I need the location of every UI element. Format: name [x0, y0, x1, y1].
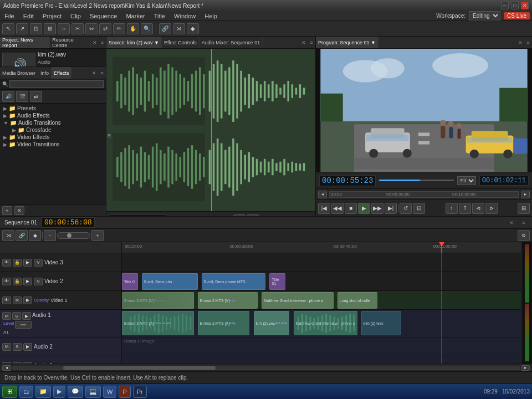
timeline-time-current[interactable]: 00:00:56:08	[42, 217, 95, 228]
taskbar-button-media[interactable]: ▶	[53, 386, 65, 398]
clip-longshot-v[interactable]: Long shot of colle	[337, 292, 377, 309]
timeline-scrollbar-thumb[interactable]	[63, 366, 215, 370]
tree-item-crossfade[interactable]: ▶ 📁 Crossfade	[1, 126, 105, 134]
tab-resource-centre[interactable]: Resource Centre	[50, 37, 91, 48]
source-panel-menu[interactable]: ≡	[308, 39, 315, 47]
tool-slide[interactable]: ⇄	[99, 23, 111, 34]
track-type-video2[interactable]: V	[34, 278, 43, 285]
program-panel-close[interactable]: ✕	[516, 39, 524, 47]
track-vol-audio1[interactable]: ━━	[15, 321, 32, 329]
taskbar-button-powerpoint[interactable]: P	[119, 386, 130, 398]
tool-rolling[interactable]: ⊞	[44, 23, 56, 34]
timeline-menu[interactable]: ≡	[520, 219, 528, 227]
tab-effect-controls[interactable]: Effect Controls	[162, 37, 200, 48]
timeline-settings[interactable]: ⚙	[518, 230, 530, 241]
clip-matthew-a[interactable]: Matthew Grant interview - phone a	[294, 311, 357, 335]
menu-project[interactable]: Project	[40, 13, 64, 19]
taskbar-button-folder[interactable]: 📁	[35, 386, 51, 398]
tree-item-audio-transitions[interactable]: ▼ 📁 Audio Transitions	[1, 119, 105, 126]
timeline-link-toggle[interactable]: 🔗	[16, 230, 28, 241]
track-type-video3[interactable]: V	[34, 259, 43, 267]
tool-snap[interactable]: ⋊	[173, 23, 185, 34]
program-time-current[interactable]: 00:00:55:23	[319, 175, 376, 186]
taskbar-button-explorer[interactable]: 🗂	[19, 386, 33, 398]
track-mute-audio1[interactable]: M	[2, 312, 11, 320]
cs-live-button[interactable]: CS Live	[504, 12, 530, 19]
program-stop[interactable]: ■	[345, 203, 357, 214]
clip-broll-2[interactable]: B-roll, Dans phone.MTS	[202, 273, 265, 290]
clip-kim2-a1[interactable]: kim (2).wav le:Level	[254, 311, 290, 335]
tool-razor[interactable]: ✂	[71, 23, 84, 34]
program-play[interactable]: ▶	[358, 203, 370, 214]
timeline-zoom-in[interactable]: +	[91, 230, 104, 241]
left-bottom-menu[interactable]: ≡	[98, 69, 106, 77]
clip-matthew-v[interactable]: Matthew Grant interview - phone a	[262, 292, 334, 309]
tool-slip[interactable]: ⇔	[85, 23, 98, 34]
source-panel-close[interactable]: ✕	[300, 39, 308, 47]
timeline-snap-toggle[interactable]: ⋊	[2, 230, 14, 241]
tab-effects[interactable]: Effects	[52, 67, 71, 79]
clip-emma2-v[interactable]: Emma 2.MTS [V] ▪city	[198, 292, 258, 309]
track-expand-audio1[interactable]: ▶	[22, 312, 31, 320]
program-time-duration[interactable]: 00:01:02:11	[479, 176, 529, 186]
tab-info[interactable]: Info	[38, 67, 52, 79]
track-eye-video1[interactable]: 👁	[2, 296, 11, 304]
tree-item-video-transitions[interactable]: ▶ 📁 Video Transitions	[1, 141, 105, 148]
program-step-back[interactable]: |◀	[318, 203, 330, 214]
track-eye-video3[interactable]: 👁	[2, 259, 11, 267]
workspace-select[interactable]: Editing	[469, 11, 500, 21]
clip-emma3-a[interactable]: Emma 3.MTS [A] lume:Level	[122, 311, 194, 335]
menu-help[interactable]: Help	[202, 13, 219, 19]
tab-project[interactable]: Project: News Report	[0, 37, 50, 48]
tool-pen[interactable]: ✏	[113, 23, 125, 34]
taskbar-button-word[interactable]: W	[103, 386, 116, 398]
menu-title[interactable]: Title	[152, 13, 167, 19]
menu-file[interactable]: File	[2, 13, 17, 19]
program-trim-out[interactable]: ⊲	[472, 203, 484, 214]
menu-marker[interactable]: Marker	[124, 13, 147, 19]
project-panel-close[interactable]: ✕	[91, 39, 98, 47]
timeline-close[interactable]: ✕	[508, 219, 515, 227]
tool-hand[interactable]: ✋	[127, 23, 139, 34]
tree-item-presets[interactable]: ▶ 📁 Presets	[1, 105, 105, 112]
program-trim-in[interactable]: ⊳	[485, 203, 498, 214]
program-panel-menu[interactable]: ≡	[524, 39, 532, 47]
tree-item-audio-effects[interactable]: ▶ 📁 Audio Effects	[1, 112, 105, 119]
track-fx-video1[interactable]: fx	[13, 296, 22, 304]
tree-item-video-effects[interactable]: ▶ 📁 Video Effects	[1, 134, 105, 141]
program-lift[interactable]: ↑	[446, 203, 458, 214]
clip-title-01[interactable]: Title 0	[122, 273, 138, 290]
scroll-right-button[interactable]: ▸	[521, 365, 530, 371]
timeline-add-marker[interactable]: ◆	[29, 230, 41, 241]
program-extract[interactable]: ⤒	[459, 203, 471, 214]
track-expand-audio2[interactable]: ▶	[23, 343, 32, 351]
track-solo-audio2[interactable]: S	[13, 343, 22, 351]
effects-transition-icon[interactable]: ⇄	[30, 91, 42, 102]
program-button-editor[interactable]: ⊞	[518, 203, 530, 214]
program-go-to-in[interactable]: ◂	[318, 191, 327, 198]
project-panel-menu[interactable]: ≡	[99, 39, 106, 47]
close-button[interactable]: ✕	[521, 2, 529, 9]
timeline-zoom-slider[interactable]	[57, 232, 90, 239]
clip-emma3-v[interactable]: Emma 3.MTS [V] ▪Opacity	[122, 292, 194, 309]
effects-search-input[interactable]	[9, 80, 104, 88]
track-mute-audio2[interactable]: M	[2, 343, 11, 351]
tool-select[interactable]: ↖	[2, 23, 14, 34]
start-button[interactable]: ⊞	[2, 386, 17, 398]
program-play-back[interactable]: ◀◀	[331, 203, 344, 214]
menu-edit[interactable]: Edit	[21, 13, 36, 19]
tool-ripple[interactable]: ⊡	[30, 23, 42, 34]
clip-emma2-a[interactable]: Emma 2.MTS [A] ▪city	[198, 311, 250, 335]
clip-title-02[interactable]: Title 01	[269, 273, 285, 290]
taskbar-button-premiere[interactable]: Pr	[133, 386, 147, 398]
menu-window[interactable]: Window	[172, 13, 198, 19]
program-go-to-out[interactable]: ▸	[521, 191, 530, 198]
track-eye-video2[interactable]: 👁	[2, 278, 11, 285]
track-expand-video1[interactable]: ▶	[23, 296, 32, 304]
taskbar-button-chat[interactable]: 💬	[68, 386, 83, 398]
track-expand-video3[interactable]: ▶	[23, 259, 32, 267]
timeline-zoom-out[interactable]: −	[44, 230, 56, 241]
taskbar-button-computer[interactable]: 💻	[85, 386, 101, 398]
program-loop[interactable]: ↺	[400, 203, 412, 214]
effects-delete-button[interactable]: ✕	[14, 206, 24, 215]
